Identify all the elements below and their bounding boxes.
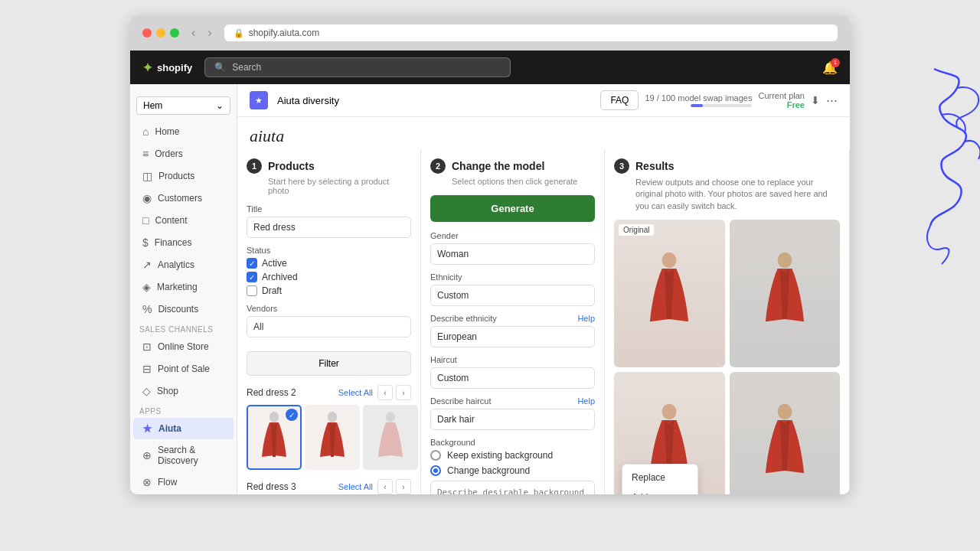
change-background-option[interactable]: Change background <box>430 465 595 476</box>
sidebar-item-products[interactable]: ◫ Products <box>133 165 234 187</box>
three-panels: 1 Products Start here by selecting a pro… <box>237 149 850 494</box>
sidebar-item-label: Shop <box>157 386 178 396</box>
status-archived[interactable]: ✓ Archived <box>247 272 411 282</box>
select-all-button-2[interactable]: Select All <box>338 482 373 491</box>
sidebar-item-online-store[interactable]: ⊡ Online Store <box>133 336 234 357</box>
aiuta-app-icon: ★ <box>142 422 152 435</box>
back-button[interactable]: ‹ <box>188 26 198 40</box>
search-placeholder: Search <box>232 62 261 73</box>
sidebar-item-orders[interactable]: ≡ Orders <box>133 143 234 165</box>
add-as-new-menu-item[interactable]: Add as new <box>622 487 697 494</box>
model-panel: 2 Change the model Select options then c… <box>421 149 605 494</box>
change-bg-radio[interactable] <box>430 465 441 476</box>
haircut-label: Haircut <box>430 355 595 364</box>
product-nav-2: ‹ › <box>377 479 411 494</box>
archived-checkbox[interactable]: ✓ <box>247 272 257 282</box>
change-bg-label: Change background <box>447 465 530 476</box>
result-3[interactable]: Replace Add as new <box>614 372 725 494</box>
sidebar-item-aiuta[interactable]: ★ Aiuta <box>133 418 234 439</box>
browser-dots <box>142 28 179 37</box>
download-button[interactable]: ⬇ <box>811 94 820 106</box>
sidebar-item-label: Customers <box>158 193 202 204</box>
title-input[interactable] <box>247 217 411 238</box>
panel-1-number: 1 <box>247 158 262 174</box>
prev-button-2[interactable]: ‹ <box>377 479 393 494</box>
active-label: Active <box>262 258 287 269</box>
status-draft[interactable]: Draft <box>247 285 411 296</box>
sidebar-item-customers[interactable]: ◉ Customers <box>133 187 234 209</box>
keep-background-option[interactable]: Keep existing background <box>430 450 595 461</box>
svg-point-1 <box>328 412 337 422</box>
active-checkbox[interactable]: ✓ <box>247 258 257 269</box>
haircut-help-link[interactable]: Help <box>577 396 595 406</box>
sidebar-item-home[interactable]: ⌂ Home <box>133 121 234 142</box>
aiuta-icon: ★ <box>250 91 268 109</box>
sidebar-item-pos[interactable]: ⊟ Point of Sale <box>133 358 234 380</box>
product-section-1-name: Red dress 2 <box>247 387 296 398</box>
next-button-1[interactable]: › <box>396 385 411 400</box>
product-grid-1 <box>247 405 411 470</box>
results-grid: Original <box>614 220 840 494</box>
sidebar-item-analytics[interactable]: ↗ Analytics <box>133 254 234 276</box>
ethnicity-help-link[interactable]: Help <box>577 314 595 323</box>
sidebar-item-content[interactable]: □ Content <box>133 210 234 231</box>
vendors-select[interactable]: All <box>247 316 411 337</box>
chevron-down-icon: ⌄ <box>216 100 224 111</box>
product-thumb-2[interactable] <box>305 405 360 470</box>
status-label: Status <box>247 246 411 255</box>
browser-nav: ‹ › <box>188 26 215 40</box>
store-name: Hem <box>143 100 162 111</box>
main-nav: ⌂ Home ≡ Orders ◫ Products ◉ Customers <box>130 121 237 320</box>
sidebar-item-marketing[interactable]: ◈ Marketing <box>133 276 234 298</box>
shopify-search-bar[interactable]: 🔍 Search <box>204 57 511 77</box>
prev-button-1[interactable]: ‹ <box>377 385 393 400</box>
gender-select[interactable]: Woman <box>430 243 595 265</box>
maximize-dot[interactable] <box>170 28 179 37</box>
minimize-dot[interactable] <box>156 28 165 37</box>
sidebar-item-pagefly[interactable]: ⊞ PageFly <box>133 494 234 494</box>
faq-button[interactable]: FAQ <box>600 90 639 110</box>
status-field-group: Status ✓ Active ✓ Archived <box>247 246 411 296</box>
result-2[interactable] <box>730 220 841 367</box>
ethnicity-select[interactable]: Custom <box>430 285 595 306</box>
sidebar-item-discounts[interactable]: % Discounts <box>133 298 234 320</box>
select-all-button-1[interactable]: Select All <box>338 388 373 397</box>
store-selector[interactable]: Hem ⌄ <box>136 96 230 115</box>
background-description-textarea[interactable] <box>430 481 595 494</box>
product-thumb-3[interactable] <box>363 405 418 470</box>
status-active[interactable]: ✓ Active <box>247 258 411 269</box>
close-dot[interactable] <box>142 28 152 37</box>
result-original[interactable]: Original <box>614 220 725 367</box>
panel-3-number: 3 <box>614 158 629 174</box>
replace-menu-item[interactable]: Replace <box>622 468 697 487</box>
products-panel-header: 1 Products <box>247 158 411 174</box>
filter-button[interactable]: Filter <box>247 351 411 376</box>
sidebar-item-search-discovery[interactable]: ⊕ Search & Discovery <box>133 440 234 471</box>
sidebar-item-label: Point of Sale <box>158 364 210 374</box>
sidebar-item-flow[interactable]: ⊗ Flow <box>133 471 234 493</box>
ethnicity-description-input[interactable] <box>430 326 595 347</box>
sidebar-item-shop[interactable]: ◇ Shop <box>133 380 234 402</box>
lock-icon: 🔒 <box>234 28 244 38</box>
more-options-button[interactable]: ··· <box>826 93 838 109</box>
model-swap-count: 19 / 100 model swap images <box>645 93 752 103</box>
products-panel: 1 Products Start here by selecting a pro… <box>237 149 421 494</box>
notification-badge: 1 <box>831 58 840 67</box>
url-text: shopify.aiuta.com <box>249 28 320 38</box>
generate-button[interactable]: Generate <box>430 195 595 222</box>
product-thumb-1[interactable] <box>247 405 302 470</box>
sales-channels-label: Sales channels <box>130 321 237 335</box>
address-bar[interactable]: 🔒 shopify.aiuta.com <box>224 24 838 41</box>
result-4[interactable] <box>730 372 841 494</box>
haircut-select[interactable]: Custom <box>430 367 595 389</box>
background-label: Background <box>430 438 595 447</box>
haircut-description-input[interactable] <box>430 409 595 430</box>
next-button-2[interactable]: › <box>396 479 411 494</box>
online-store-icon: ⊡ <box>142 341 152 353</box>
draft-checkbox[interactable] <box>247 285 257 296</box>
keep-bg-radio[interactable] <box>430 450 441 461</box>
notification-bell[interactable]: 🔔 1 <box>822 60 838 75</box>
sidebar-item-finances[interactable]: $ Finances <box>133 232 234 253</box>
forward-button[interactable]: › <box>204 26 214 40</box>
sidebar-item-label: Home <box>155 126 179 137</box>
